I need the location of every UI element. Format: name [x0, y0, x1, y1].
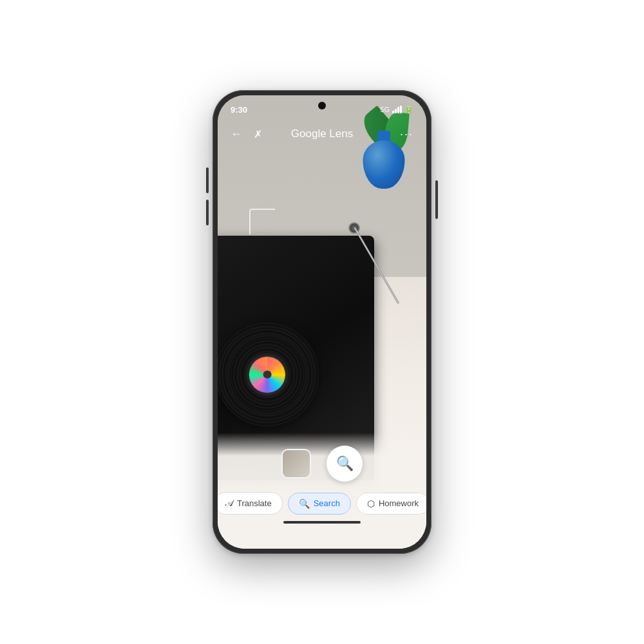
more-options-button[interactable]: ··· [400, 128, 413, 141]
top-navigation: ← ✗ Google Lens ··· [218, 118, 426, 149]
power-button[interactable] [435, 180, 438, 219]
phone-screen: 9:30 5G 🔋 ← ✗ Google Lens ··· [218, 95, 426, 549]
home-indicator [283, 521, 361, 524]
signal-bar-2 [395, 109, 397, 113]
volume-up-button[interactable] [206, 167, 209, 193]
vinyl-center-hole [263, 370, 272, 379]
signal-bar-3 [397, 107, 399, 113]
thumbnail-button[interactable] [281, 449, 311, 478]
battery-icon: 🔋 [404, 106, 413, 114]
volume-down-button[interactable] [206, 200, 209, 225]
shutter-button[interactable]: 🔍 [327, 446, 363, 482]
tonearm [307, 222, 366, 358]
signal-bar-1 [392, 111, 394, 113]
status-icons: 5G 🔋 [380, 106, 413, 114]
translate-icon: 𝒜 [225, 498, 233, 509]
flash-button[interactable]: ✗ [254, 128, 262, 140]
app-title: Google Lens [291, 128, 353, 140]
search-icon: 🔍 [336, 455, 354, 472]
search-label: Search [314, 498, 340, 508]
clock: 9:30 [231, 105, 247, 115]
translate-label: Translate [237, 498, 272, 508]
signal-bar-4 [400, 106, 402, 113]
tab-homework[interactable]: ⬡ Homework [356, 493, 426, 515]
mode-tab-bar: 𝒜 Translate 🔍 Search ⬡ Homework [218, 492, 426, 515]
front-camera [318, 102, 326, 109]
nav-left-actions: ← ✗ [231, 128, 262, 141]
homework-label: Homework [379, 498, 419, 508]
signal-bars [392, 106, 402, 113]
network-label: 5G [380, 106, 390, 113]
scan-bracket [249, 209, 275, 234]
shutter-area: 🔍 [281, 446, 363, 482]
back-button[interactable]: ← [231, 128, 242, 141]
tab-search[interactable]: 🔍 Search [288, 493, 351, 515]
vinyl-record [218, 323, 319, 426]
phone-frame: 9:30 5G 🔋 ← ✗ Google Lens ··· [213, 90, 431, 554]
last-photo-thumbnail [283, 450, 310, 477]
bottom-controls: 🔍 𝒜 Translate 🔍 Search ⬡ Homework [218, 433, 426, 549]
tab-translate[interactable]: 𝒜 Translate [218, 492, 283, 515]
search-tab-icon: 🔍 [299, 498, 310, 509]
homework-icon: ⬡ [367, 498, 375, 509]
